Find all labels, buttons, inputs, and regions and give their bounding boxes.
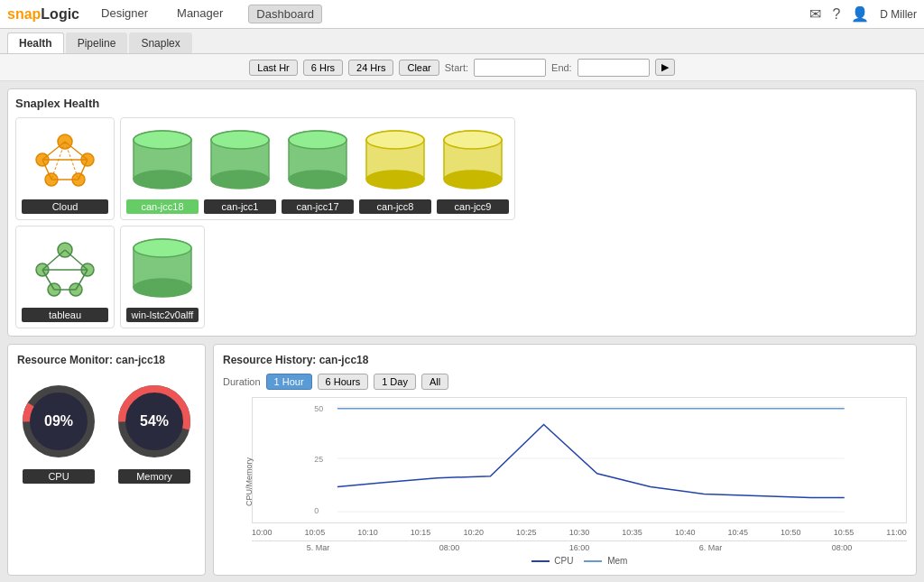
y-axis-label: CPU/Memory <box>245 457 254 505</box>
help-icon[interactable]: ? <box>832 6 840 23</box>
cpu-legend: CPU <box>531 556 574 566</box>
svg-point-15 <box>134 171 191 189</box>
jcc-group-2: win-lstc2v0alff <box>120 226 205 328</box>
cylinder-win-lstc2v0alff-icon <box>126 232 199 304</box>
chart-legend: CPU Mem <box>252 556 907 566</box>
last-hr-button[interactable]: Last Hr <box>249 60 297 76</box>
tableau-network-icon <box>29 232 101 304</box>
tab-pipeline[interactable]: Pipeline <box>66 32 128 53</box>
x-axis-labels: 10:00 10:05 10:10 10:15 10:20 10:25 10:3… <box>252 526 907 537</box>
mail-icon[interactable]: ✉ <box>809 5 821 23</box>
label-win-lstc2v0alff: win-lstc2v0alff <box>126 308 199 322</box>
duration-bar: Duration 1 Hour 6 Hours 1 Day All <box>223 374 907 390</box>
jcc-group-1: can-jcc18 can-jcc1 <box>120 117 515 220</box>
label-can-jcc9: can-jcc9 <box>437 199 509 214</box>
svg-point-40 <box>444 131 502 149</box>
mem-legend: Mem <box>584 556 627 566</box>
resource-monitor-title: Resource Monitor: can-jcc18 <box>17 354 196 366</box>
logo-snap: snap <box>7 6 41 22</box>
svg-point-33 <box>366 171 424 189</box>
user-name: D Miller <box>880 8 917 21</box>
bottom-panels: Resource Monitor: can-jcc18 09% <box>7 344 917 576</box>
duration-1hour[interactable]: 1 Hour <box>266 374 312 390</box>
duration-6hours[interactable]: 6 Hours <box>318 374 369 390</box>
svg-point-34 <box>366 131 424 149</box>
label-can-jcc17: can-jcc17 <box>282 199 354 214</box>
six-hrs-button[interactable]: 6 Hrs <box>303 60 343 76</box>
tab-health[interactable]: Health <box>7 32 64 53</box>
nav-dashboard[interactable]: Dashboard <box>248 5 322 23</box>
end-input[interactable] <box>578 59 650 77</box>
node-can-jcc8[interactable]: can-jcc8 <box>359 124 431 214</box>
user-icon[interactable]: 👤 <box>851 5 869 23</box>
svg-text:09%: 09% <box>44 413 73 429</box>
svg-line-49 <box>65 250 88 270</box>
tableau-label: tableau <box>22 308 108 322</box>
duration-all[interactable]: All <box>421 374 448 390</box>
main-content: Snaplex Health <box>0 81 924 582</box>
cloud-label: Cloud <box>22 199 108 214</box>
top-nav: snapLogic Designer Manager Dashboard ✉ ?… <box>0 0 924 29</box>
svg-line-48 <box>42 250 65 270</box>
svg-point-27 <box>289 171 346 189</box>
memory-gauge-circle: 54% <box>114 381 195 462</box>
mem-legend-line <box>584 560 602 562</box>
tableau-group: tableau <box>15 226 115 328</box>
cylinder-can-jcc1-icon <box>204 124 276 196</box>
node-can-jcc9[interactable]: can-jcc9 <box>437 124 509 214</box>
svg-point-57 <box>134 239 191 257</box>
resource-monitor-panel: Resource Monitor: can-jcc18 09% <box>7 344 206 576</box>
memory-label: Memory <box>118 469 190 484</box>
label-can-jcc8: can-jcc8 <box>359 199 431 214</box>
cloud-group: Cloud <box>15 117 115 220</box>
node-can-jcc17[interactable]: can-jcc17 <box>282 124 354 214</box>
svg-point-16 <box>134 131 191 149</box>
cylinder-can-jcc17-icon <box>282 124 354 196</box>
play-button[interactable]: ▶ <box>655 59 675 76</box>
node-can-jcc1[interactable]: can-jcc1 <box>204 124 276 214</box>
svg-point-21 <box>211 171 269 189</box>
twenty-four-button[interactable]: 24 Hrs <box>348 60 393 76</box>
nav-designer[interactable]: Designer <box>97 5 152 23</box>
cloud-network-icon <box>29 124 101 196</box>
memory-gauge: 54% Memory <box>114 381 195 484</box>
resource-chart: 50 25 0 <box>252 397 907 523</box>
tab-snaplex[interactable]: Snaplex <box>129 32 191 53</box>
cpu-label: CPU <box>23 469 95 484</box>
cylinder-can-jcc8-icon <box>359 124 431 196</box>
resource-history-title: Resource History: can-jcc18 <box>223 354 907 366</box>
snaplex-health-title: Snaplex Health <box>15 97 909 110</box>
svg-text:54%: 54% <box>140 413 169 429</box>
gauges-container: 09% CPU 54% <box>17 381 196 484</box>
chart-inner: 50 25 0 10:00 10:05 <box>252 397 907 566</box>
svg-text:50: 50 <box>314 404 323 413</box>
logo: snapLogic <box>7 6 79 23</box>
main-nav: Designer Manager Dashboard <box>97 5 809 23</box>
cpu-legend-line <box>531 560 550 562</box>
duration-1day[interactable]: 1 Day <box>374 374 416 390</box>
resource-history-panel: Resource History: can-jcc18 Duration 1 H… <box>213 344 917 576</box>
svg-point-22 <box>211 131 269 149</box>
top-right-actions: ✉ ? 👤 D Miller <box>809 5 917 23</box>
svg-point-56 <box>134 279 191 297</box>
snaplex-health-panel: Snaplex Health <box>7 88 917 337</box>
nav-manager[interactable]: Manager <box>173 5 226 23</box>
cpu-donut-chart: 09% <box>18 381 99 462</box>
svg-text:25: 25 <box>314 455 323 464</box>
svg-text:0: 0 <box>314 506 319 515</box>
cpu-gauge-circle: 09% <box>18 381 99 462</box>
duration-label: Duration <box>223 376 261 387</box>
node-can-jcc18[interactable]: can-jcc18 <box>126 124 199 214</box>
start-input[interactable] <box>474 59 546 77</box>
svg-point-39 <box>444 171 502 189</box>
logo-logic: Logic <box>41 6 79 22</box>
chart-container: CPU/Memory 50 25 0 <box>223 397 907 566</box>
end-label: End: <box>551 62 572 73</box>
date-labels: 5. Mar 08:00 16:00 6. Mar 08:00 <box>252 540 907 552</box>
cylinder-can-jcc9-icon <box>437 124 509 196</box>
start-label: Start: <box>445 62 468 73</box>
sub-tabs: Health Pipeline Snaplex <box>0 29 924 54</box>
cpu-gauge: 09% CPU <box>18 381 99 484</box>
node-win-lstc2v0alff[interactable]: win-lstc2v0alff <box>126 232 199 322</box>
clear-button[interactable]: Clear <box>399 60 439 76</box>
